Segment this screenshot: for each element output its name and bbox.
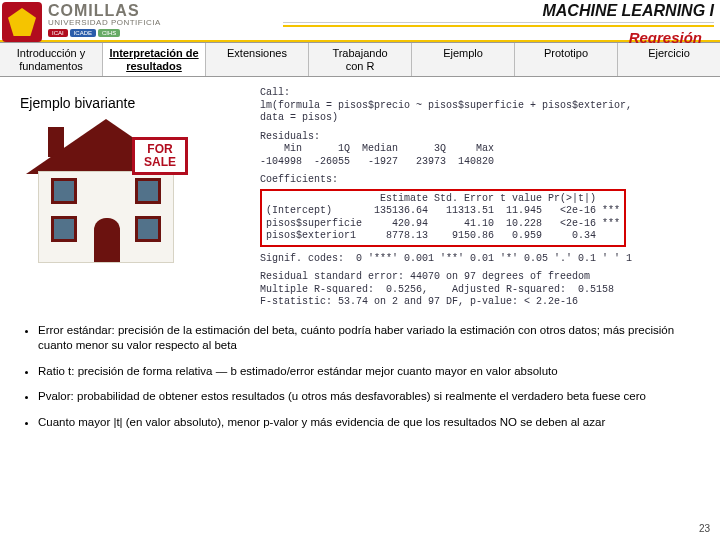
code-line: data = pisos) [260,112,712,125]
tab-prototipo[interactable]: Prototipo [515,43,618,76]
tab-interpretacion[interactable]: Interpretación de resultados [103,43,206,76]
r-output: Call: lm(formula = pisos$precio ~ pisos$… [260,87,712,309]
code-line: Min 1Q Median 3Q Max [260,143,712,156]
code-line: -104998 -26055 -1927 23973 140820 [260,156,712,169]
slide-header: COMILLAS UNIVERSIDAD PONTIFICIA ICAI ICA… [0,0,720,42]
code-line: Call: [260,87,712,100]
code-line: lm(formula = pisos$precio ~ pisos$superf… [260,100,712,113]
brand-block: COMILLAS UNIVERSIDAD PONTIFICIA ICAI ICA… [48,0,161,37]
page-number: 23 [699,523,710,534]
house-for-sale-icon: FOR SALE [26,119,186,269]
brand-badges: ICAI ICADE CIHS [48,29,161,37]
bullet-item: Error estándar: precisión de la estimaci… [38,323,694,354]
coef-row: pisos$exterior1 8778.13 9150.86 0.959 0.… [266,230,620,243]
coefficients-highlight-box: Estimate Std. Error t value Pr(>|t|) (In… [260,189,626,247]
example-subtitle: Ejemplo bivariante [20,95,250,111]
coef-row: (Intercept) 135136.64 11313.51 11.945 <2… [266,205,620,218]
badge-cihs: CIHS [98,29,120,37]
bullet-item: Pvalor: probabilidad de obtener estos re… [38,389,694,405]
code-line: Residuals: [260,131,712,144]
content-row: Ejemplo bivariante FOR SALE Call: lm(for… [0,77,720,309]
badge-icai: ICAI [48,29,68,37]
nav-tabs: Introducción y fundamentos Interpretació… [0,42,720,77]
bullet-item: Ratio t: precisión de forma relativa — b… [38,364,694,380]
tab-extensiones[interactable]: Extensiones [206,43,309,76]
code-line: Multiple R-squared: 0.5256, Adjusted R-s… [260,284,712,297]
bullet-item: Cuanto mayor |t| (en valor absoluto), me… [38,415,694,431]
code-line: Residual standard error: 44070 on 97 deg… [260,271,712,284]
code-line: Coefficients: [260,174,712,187]
tab-ejemplo[interactable]: Ejemplo [412,43,515,76]
badge-icade: ICADE [70,29,96,37]
left-column: Ejemplo bivariante FOR SALE [20,87,250,309]
bullet-list: Error estándar: precisión de la estimaci… [0,309,720,431]
title-area: MACHINE LEARNING I Regresión [161,0,720,46]
brand-subtitle: UNIVERSIDAD PONTIFICIA [48,18,161,27]
coef-header: Estimate Std. Error t value Pr(>|t|) [266,193,620,206]
university-logo-icon [2,2,42,42]
coef-row: pisos$superficie 420.94 41.10 10.228 <2e… [266,218,620,231]
course-title: MACHINE LEARNING I [161,2,714,20]
code-line: F-statistic: 53.74 on 2 and 97 DF, p-val… [260,296,712,309]
for-sale-sign: FOR SALE [132,137,188,175]
tab-introduccion[interactable]: Introducción y fundamentos [0,43,103,76]
tab-trabajando-r[interactable]: Trabajando con R [309,43,412,76]
code-line: Signif. codes: 0 '***' 0.001 '**' 0.01 '… [260,253,712,266]
tab-ejercicio[interactable]: Ejercicio [618,43,720,76]
